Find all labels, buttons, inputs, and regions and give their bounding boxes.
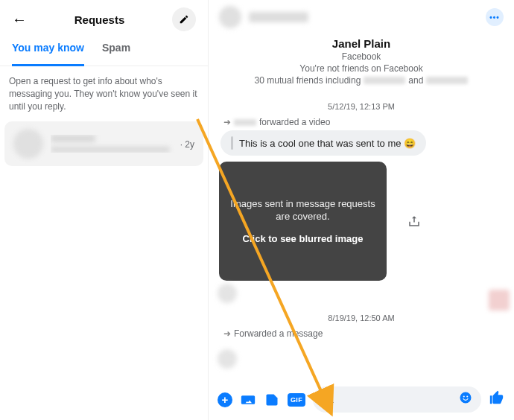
conversation-pane: ••• Janel Plain Facebook You're not frie… xyxy=(209,0,514,420)
requests-info-text: Open a request to get info about who's m… xyxy=(0,66,208,121)
emoji-picker-button[interactable] xyxy=(459,391,472,408)
sticker-preview[interactable] xyxy=(489,290,510,311)
pencil-icon xyxy=(179,14,189,25)
profile-relation: You're not friends on Facebook xyxy=(219,63,504,74)
add-button[interactable]: + xyxy=(218,392,232,407)
avatar xyxy=(218,284,237,303)
composer: + GIF xyxy=(209,379,514,420)
like-button[interactable] xyxy=(489,389,505,410)
sticker-button[interactable] xyxy=(264,392,280,408)
message-row: This is a cool one that was sent to me 😄 xyxy=(219,130,504,156)
sticker-icon xyxy=(264,392,279,407)
message-text: This is a cool one that was sent to me 😄 xyxy=(239,138,416,149)
forwarded-label: ➜ forwarded a video xyxy=(223,117,504,127)
compose-button[interactable] xyxy=(172,7,196,31)
share-icon[interactable] xyxy=(407,214,421,228)
request-row[interactable]: · 2y xyxy=(4,121,203,166)
forward-arrow-icon: ➜ xyxy=(223,328,231,339)
sidebar-title: Requests xyxy=(74,13,125,26)
requests-sidebar: ← Requests You may know Spam Open a requ… xyxy=(0,0,209,420)
covered-image-row: Images sent in message requests are cove… xyxy=(219,162,504,281)
ellipsis-icon: ••• xyxy=(489,13,500,22)
filter-tabs: You may know Spam xyxy=(0,34,208,66)
timestamp: 8/19/19, 12:50 AM xyxy=(219,314,504,322)
avatar xyxy=(218,349,237,369)
photo-icon xyxy=(241,392,256,407)
avatar xyxy=(13,129,43,159)
request-preview xyxy=(51,135,176,153)
more-options-button[interactable]: ••• xyxy=(486,8,504,26)
cover-text: Images sent in message requests are cove… xyxy=(229,198,376,223)
message-input-wrap[interactable] xyxy=(313,386,481,413)
svg-point-1 xyxy=(463,395,465,397)
covered-image[interactable]: Images sent in message requests are cove… xyxy=(219,162,387,281)
profile-name: Janel Plain xyxy=(219,37,504,50)
svg-point-0 xyxy=(460,392,472,404)
quote-bar xyxy=(231,136,233,150)
request-time: · 2y xyxy=(180,129,194,150)
message-bubble[interactable]: This is a cool one that was sent to me 😄 xyxy=(220,130,426,156)
tab-you-may-know[interactable]: You may know xyxy=(12,42,84,66)
tab-spam[interactable]: Spam xyxy=(102,42,130,66)
profile-summary: Janel Plain Facebook You're not friends … xyxy=(219,37,504,86)
conversation-header: ••• xyxy=(209,0,514,34)
photo-button[interactable] xyxy=(240,392,256,408)
plus-icon: + xyxy=(222,393,229,406)
profile-platform: Facebook xyxy=(219,51,504,62)
avatar[interactable] xyxy=(219,6,241,28)
back-arrow-icon[interactable]: ← xyxy=(12,11,27,28)
cover-cta: Click to see blurred image xyxy=(243,233,364,244)
header-name xyxy=(249,12,308,22)
svg-point-2 xyxy=(466,395,468,397)
smiley-icon xyxy=(459,391,472,404)
sidebar-header: ← Requests xyxy=(0,0,208,34)
message-input[interactable] xyxy=(322,394,459,405)
conversation-scroll[interactable]: Janel Plain Facebook You're not friends … xyxy=(209,34,514,379)
gif-button[interactable]: GIF xyxy=(288,393,305,407)
forward-arrow-icon: ➜ xyxy=(223,117,231,127)
profile-mutual: 30 mutual friends including and xyxy=(219,75,504,86)
timestamp: 5/12/19, 12:13 PM xyxy=(219,102,504,111)
thumb-up-icon xyxy=(489,389,505,406)
forwarded-label: ➜ Forwarded a message xyxy=(223,328,504,339)
